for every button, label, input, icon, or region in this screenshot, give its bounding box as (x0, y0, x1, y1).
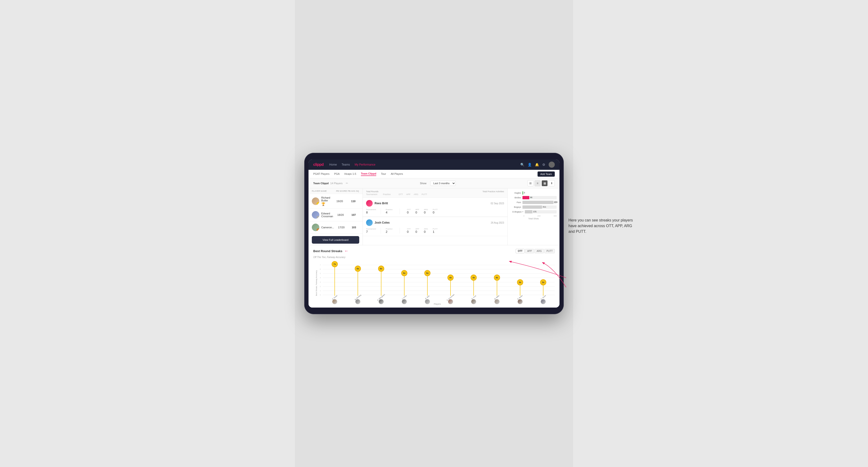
arg-label: ARG (424, 209, 428, 211)
right-panel: Eagles 3 Birdies (507, 188, 559, 245)
bar-fill-eagles (522, 191, 523, 195)
settings-icon[interactable]: ⚙ (542, 163, 545, 166)
tab-arg[interactable]: ARG (534, 249, 544, 253)
player-pb-score: 18/20 (335, 214, 346, 216)
lollipop-item: 5x (393, 264, 416, 296)
nav-icons: 🔍 👤 🔔 ⚙ (520, 161, 555, 168)
practice-value: 2 (385, 230, 393, 234)
lollipop-item: 3x (508, 264, 532, 296)
bar-label: D.Bogeys + (510, 211, 523, 213)
nav-my-performance[interactable]: My Performance (354, 163, 375, 166)
practice-activities-col-label: Total Practice Activities (483, 190, 504, 193)
y-axis-label: Best Streak, Fairway Accuracy (315, 270, 318, 296)
player-row[interactable]: 2 Edward Crossman 18/20 107 (309, 209, 363, 221)
subnav-team-clippd[interactable]: Team Clippd (361, 172, 376, 176)
user-avatar[interactable] (549, 161, 555, 168)
bell-icon[interactable]: 🔔 (535, 163, 539, 166)
ott-value: 0 (407, 230, 411, 234)
ott-label: OTT (407, 228, 411, 230)
rank-badge: 2 (316, 216, 319, 219)
tab-putt[interactable]: PUTT (545, 249, 555, 253)
lollipop-item: 5x (416, 264, 439, 296)
app-label: APP (415, 209, 419, 211)
player-avatar-small (494, 299, 500, 304)
player-info: Edward Crossman (321, 212, 333, 218)
player-row[interactable]: 3 Cameron... 17/20 103 (309, 221, 363, 234)
tablet-frame: clippd Home Teams My Performance 🔍 👤 🔔 ⚙ (304, 153, 564, 314)
streaks-title: Best Round Streaks (313, 249, 342, 253)
edit-team-icon[interactable]: ✏ (346, 182, 348, 185)
list-view-button[interactable]: ≡ (534, 180, 540, 186)
player-pb-avg: 110 (347, 200, 359, 203)
subnav-pga[interactable]: PGA (334, 173, 340, 176)
player-stats-header: Rees Britt 02 Sep 2023 (366, 200, 504, 207)
subnav-all-players[interactable]: All Players (391, 173, 403, 176)
view-leaderboard-button[interactable]: View Full Leaderboard (312, 236, 359, 244)
bar-row-bogeys: Bogeys 311 (510, 206, 557, 209)
show-period-select[interactable]: Last 1 month Last 3 months Last 6 months… (430, 181, 456, 186)
search-icon[interactable]: 🔍 (520, 163, 524, 166)
player-stats-date: 02 Sep 2023 (491, 202, 504, 205)
player-label-item: E. Ewart (323, 296, 346, 304)
bar-label: Pars (510, 201, 521, 204)
player-pb-score: 17/20 (336, 226, 346, 229)
lollipop-item: 4x (485, 264, 508, 296)
y-axis-label-container: Best Streak, Fairway Accuracy (313, 262, 320, 304)
arg-label: ARG (424, 228, 428, 230)
bar-fill-pars (522, 201, 553, 204)
tab-app[interactable]: APP (525, 249, 534, 253)
nav-teams[interactable]: Teams (342, 163, 350, 166)
bar-value: 96 (530, 196, 532, 198)
streaks-header: Best Round Streaks ← OTT APP ARG PUTT (313, 249, 555, 253)
player-name: Edward Crossman (321, 212, 333, 218)
subnav-pgat[interactable]: PGAT Players (313, 173, 330, 176)
stat-putt-label: PUTT (422, 193, 427, 195)
tournament-value: 8 (366, 211, 376, 214)
grid-view-button[interactable]: ⊞ (527, 180, 533, 186)
tab-ott[interactable]: OTT (516, 249, 525, 253)
bar-value: 3 (524, 191, 525, 194)
stat-ott-label: OTT (399, 193, 403, 195)
player-name: Richard Butler (321, 196, 332, 202)
bar-row-birdies: Birdies 96 (510, 196, 557, 199)
add-team-button[interactable]: Add Team (537, 172, 555, 177)
tournament-label: Tournament (366, 209, 376, 211)
export-button[interactable]: ⬇ (549, 180, 555, 186)
left-panel: PLAYER NAME PB SCORE PB AVG SQ 1 Richa (309, 188, 363, 245)
player-label-item: E. Crossman (439, 296, 462, 304)
practice-value: 4 (385, 211, 393, 214)
bar-track: 131 (525, 210, 557, 214)
subnav-hcaps[interactable]: Hcaps 1-5 (344, 173, 356, 176)
streak-badge: 3x (517, 279, 523, 285)
streak-badge: 3x (540, 279, 546, 285)
player-pb-score: 19/20 (334, 200, 346, 203)
middle-panel: Total Rounds Total Practice Activities T… (363, 188, 507, 245)
subnav-tour[interactable]: Tour (381, 173, 386, 176)
bar-fill-birdies (522, 196, 529, 199)
lollipop-stem (404, 273, 404, 296)
streak-badge: 4x (470, 275, 477, 281)
player-stats-name: Josh Coles (375, 221, 390, 224)
annotation-text: Here you can see streaks your players ha… (568, 217, 634, 235)
player-label-item: D. Billingham (369, 296, 393, 304)
three-col-layout: PLAYER NAME PB SCORE PB AVG SQ 1 Richa (309, 188, 559, 245)
player-row[interactable]: 1 Richard Butler 🏆 19/20 110 (309, 194, 363, 209)
player-label-item: B. McHarg (346, 296, 369, 304)
bar-label: Birdies (510, 196, 521, 199)
stat-app-label: APP (406, 193, 410, 195)
practice-label: Practice (385, 209, 393, 211)
column-headers: PLAYER NAME PB SCORE PB AVG SQ (309, 188, 363, 194)
player-label-item: D. Ford (462, 296, 485, 304)
bar-chart: Eagles 3 Birdies (510, 191, 557, 214)
tournament-label: Tournament (366, 228, 376, 230)
chart-view-button[interactable]: ▦ (541, 180, 548, 186)
streak-badge: 5x (424, 270, 431, 276)
bar-track: 499 (522, 201, 557, 204)
users-icon[interactable]: 👤 (528, 163, 532, 166)
lollipop-items: 7x6x6x5x5x4x4x4x3x3x (323, 264, 555, 296)
team-count: 14 Players (330, 182, 342, 185)
nav-home[interactable]: Home (329, 163, 337, 166)
bar-track: 96 (522, 196, 557, 199)
col-pb-score: PB SCORE (336, 190, 347, 192)
nav-links: Home Teams My Performance (329, 163, 375, 166)
